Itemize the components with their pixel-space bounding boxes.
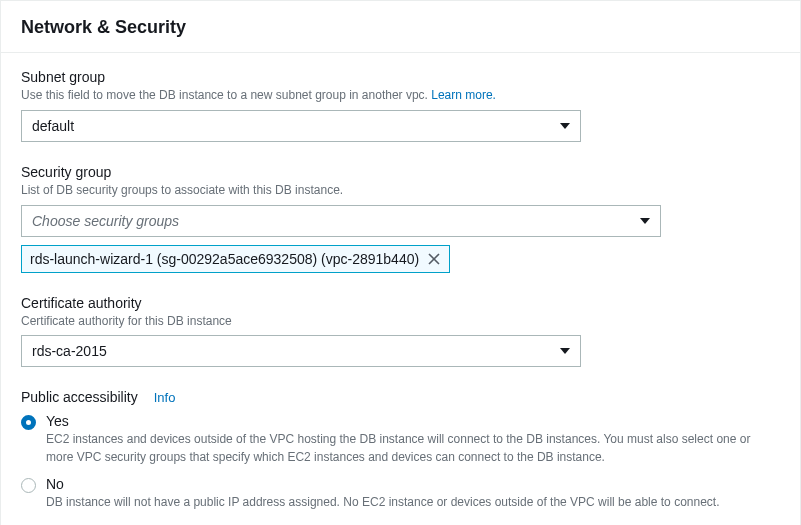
radio-label-no: No [46, 476, 720, 492]
certificate-authority-value: rds-ca-2015 [32, 343, 107, 359]
security-group-token: rds-launch-wizard-1 (sg-00292a5ace693250… [21, 245, 450, 273]
panel-body: Subnet group Use this field to move the … [1, 53, 800, 525]
security-group-placeholder: Choose security groups [32, 213, 179, 229]
public-accessibility-label: Public accessibility [21, 389, 138, 405]
security-group-token-label: rds-launch-wizard-1 (sg-00292a5ace693250… [30, 251, 419, 267]
network-security-panel: Network & Security Subnet group Use this… [0, 0, 801, 525]
certificate-authority-label: Certificate authority [21, 295, 780, 311]
radio-button-yes[interactable] [21, 415, 36, 430]
chevron-down-icon [640, 213, 650, 229]
subnet-group-field: Subnet group Use this field to move the … [21, 69, 780, 142]
radio-description-yes: EC2 instances and devices outside of the… [46, 431, 766, 466]
subnet-group-hint: Use this field to move the DB instance t… [21, 87, 780, 104]
token-remove-button[interactable] [427, 252, 441, 266]
certificate-authority-hint: Certificate authority for this DB instan… [21, 313, 780, 330]
subnet-group-learn-more-link[interactable]: Learn more. [431, 88, 496, 102]
chevron-down-icon [560, 343, 570, 359]
radio-label-yes: Yes [46, 413, 766, 429]
public-accessibility-info-link[interactable]: Info [154, 390, 176, 405]
public-accessibility-header: Public accessibility Info [21, 389, 780, 405]
chevron-down-icon [560, 118, 570, 134]
public-accessibility-field: Public accessibility Info Yes EC2 instan… [21, 389, 780, 511]
certificate-authority-field: Certificate authority Certificate author… [21, 295, 780, 368]
radio-content-yes: Yes EC2 instances and devices outside of… [46, 413, 766, 466]
radio-button-no[interactable] [21, 478, 36, 493]
panel-header: Network & Security [1, 1, 800, 53]
section-title: Network & Security [21, 17, 780, 38]
subnet-group-hint-text: Use this field to move the DB instance t… [21, 88, 431, 102]
radio-content-no: No DB instance will not have a public IP… [46, 476, 720, 511]
certificate-authority-select[interactable]: rds-ca-2015 [21, 335, 581, 367]
public-accessibility-option-no[interactable]: No DB instance will not have a public IP… [21, 476, 780, 511]
security-group-field: Security group List of DB security group… [21, 164, 780, 273]
security-group-hint: List of DB security groups to associate … [21, 182, 780, 199]
public-accessibility-option-yes[interactable]: Yes EC2 instances and devices outside of… [21, 413, 780, 466]
security-group-label: Security group [21, 164, 780, 180]
close-icon [427, 252, 441, 266]
subnet-group-value: default [32, 118, 74, 134]
security-group-tokens: rds-launch-wizard-1 (sg-00292a5ace693250… [21, 245, 780, 273]
subnet-group-label: Subnet group [21, 69, 780, 85]
subnet-group-select[interactable]: default [21, 110, 581, 142]
radio-description-no: DB instance will not have a public IP ad… [46, 494, 720, 511]
security-group-select[interactable]: Choose security groups [21, 205, 661, 237]
